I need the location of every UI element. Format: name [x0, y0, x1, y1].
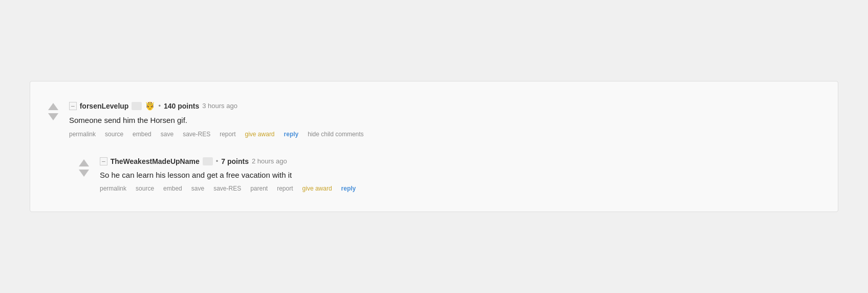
comment-actions-2: permalink source embed save save-RES par…	[100, 185, 822, 192]
user-flair-icon-2	[203, 157, 213, 165]
username[interactable]: forsenLevelup	[80, 102, 129, 110]
comment-row-nested: – TheWeakestMadeUpName • 7 points 2 hour…	[76, 147, 822, 202]
save-res-link-2[interactable]: save-RES	[213, 185, 241, 192]
downvote-button-2[interactable]	[79, 170, 89, 177]
give-award-link-2[interactable]: give award	[302, 185, 332, 192]
timestamp-2: 2 hours ago	[252, 157, 287, 165]
save-res-link[interactable]: save-RES	[183, 131, 210, 138]
comment-actions: permalink source embed save save-RES rep…	[69, 131, 822, 138]
report-link[interactable]: report	[220, 131, 235, 138]
upvote-button[interactable]	[48, 103, 58, 110]
comment-text-2: So he can learn his lesson and get a fre…	[100, 170, 822, 181]
embed-link-2[interactable]: embed	[163, 185, 182, 192]
report-link-2[interactable]: report	[277, 185, 293, 192]
separator-dot-2: •	[216, 157, 219, 165]
hide-child-comments-link[interactable]: hide child comments	[308, 131, 363, 138]
save-link-2[interactable]: save	[191, 185, 204, 192]
upvote-button-2[interactable]	[79, 159, 89, 166]
vote-arrows-2	[76, 157, 92, 193]
reply-link-2[interactable]: reply	[341, 185, 356, 192]
embed-link[interactable]: embed	[133, 131, 151, 138]
permalink-link[interactable]: permalink	[69, 131, 96, 138]
points-display: 140 points	[164, 102, 199, 110]
comment-row: – forsenLevelup 🤴 • 140 points 3 hours a…	[46, 92, 822, 147]
permalink-link-2[interactable]: permalink	[100, 185, 126, 192]
comment-header: – forsenLevelup 🤴 • 140 points 3 hours a…	[69, 101, 822, 111]
comment-body: – forsenLevelup 🤴 • 140 points 3 hours a…	[69, 101, 822, 138]
comment-section: – forsenLevelup 🤴 • 140 points 3 hours a…	[30, 81, 838, 212]
source-link[interactable]: source	[105, 131, 123, 138]
downvote-button[interactable]	[48, 113, 58, 120]
comment-body-2: – TheWeakestMadeUpName • 7 points 2 hour…	[100, 157, 822, 193]
user-emoji-icon: 🤴	[145, 101, 155, 111]
separator-dot: •	[158, 102, 161, 110]
comment-text: Someone send him the Horsen gif.	[69, 115, 822, 127]
collapse-button[interactable]: –	[69, 102, 77, 110]
collapse-button-2[interactable]: –	[100, 157, 107, 165]
comment-header-2: – TheWeakestMadeUpName • 7 points 2 hour…	[100, 157, 822, 165]
user-flair-icon	[132, 102, 142, 110]
reply-link[interactable]: reply	[284, 131, 299, 138]
vote-arrows	[46, 101, 61, 138]
source-link-2[interactable]: source	[136, 185, 154, 192]
parent-link[interactable]: parent	[250, 185, 268, 192]
username-2[interactable]: TheWeakestMadeUpName	[111, 157, 200, 165]
save-link[interactable]: save	[161, 131, 173, 138]
timestamp: 3 hours ago	[202, 102, 237, 110]
points-display-2: 7 points	[221, 157, 249, 165]
give-award-link[interactable]: give award	[245, 131, 275, 138]
